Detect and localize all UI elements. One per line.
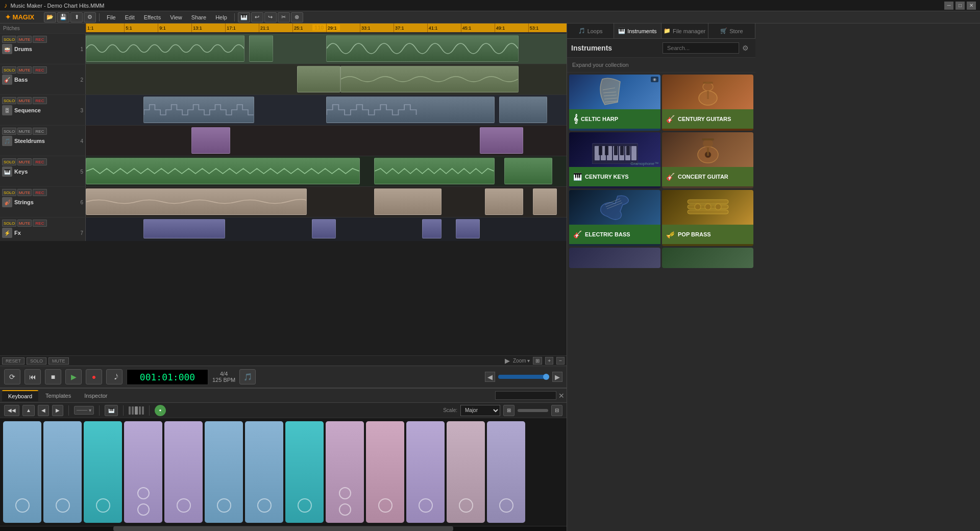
instrument-card-century-keys[interactable]: Gramophone™ 🎹 CENTURY KEYS [569,132,660,188]
instruments-settings-button[interactable]: ⚙ [739,42,751,54]
fx-rec-button[interactable]: REC [33,220,47,227]
stop-edit-button[interactable]: ⊗ [291,12,303,22]
metronome-icon[interactable]: 🎵 [239,369,256,384]
steeldrums-clip-2[interactable] [480,127,523,154]
fx-clip-4[interactable] [456,219,480,238]
strings-clip-4[interactable] [533,188,557,215]
fx-solo-button[interactable]: SOLO [2,220,16,227]
steel-rec-button[interactable]: REC [33,128,47,135]
kb-arrow-left[interactable]: ◀ [38,405,49,416]
drums-solo-button[interactable]: SOLO [2,36,16,43]
tab-templates[interactable]: Templates [39,391,77,401]
instrument-card-concert-guitar[interactable]: 🎸 CONCERT GUITAR [662,132,753,188]
kb-piano-btn[interactable]: 🎹 [105,405,118,416]
kb-arrow-right[interactable]: ▶ [52,405,63,416]
minimize-button[interactable]: ─ [944,2,953,10]
vol-up[interactable]: ▶ [552,372,562,382]
seq-track-content[interactable] [86,95,567,125]
rewind-button[interactable]: ⏮ [24,369,41,384]
bass-clip-2[interactable] [340,66,519,92]
piano-key-8[interactable] [285,421,324,523]
piano-key-5[interactable] [164,421,203,523]
menu-edit[interactable]: Edit [121,13,139,21]
restore-button[interactable]: □ [955,2,965,10]
redo-button[interactable]: ↪ [264,12,277,22]
stop-button[interactable]: ■ [45,369,61,384]
seq-clip-3[interactable] [499,96,547,123]
seq-mute-button[interactable]: MUTE [17,97,32,104]
play-arrow[interactable]: ▶ [505,357,510,365]
fx-track-content[interactable] [86,218,567,241]
keys-clip-3[interactable] [504,158,552,184]
drums-track-content[interactable] [86,34,567,64]
zoom-in[interactable]: + [545,357,553,365]
metronome-button[interactable]: 𝅘𝅥𝅮 [106,369,122,384]
menu-help[interactable]: Help [211,13,231,21]
keys-mute-button[interactable]: MUTE [17,158,32,165]
strings-track-content[interactable] [86,187,567,217]
piano-key-11[interactable] [406,421,445,523]
seq-clip-1[interactable] [143,96,254,123]
bass-clip-1[interactable] [297,66,340,92]
fx-clip-1[interactable] [143,219,225,238]
keys-solo-button[interactable]: SOLO [2,158,16,165]
undo-button[interactable]: ↩ [251,12,263,22]
strings-mute-button[interactable]: MUTE [17,189,32,196]
timeline-ruler[interactable]: 110 Bars 1:1 5:1 9:1 13:1 17:1 21:1 25:1… [86,23,567,33]
zoom-fit[interactable]: ⊞ [533,357,542,365]
close-button[interactable]: ✕ [967,2,976,10]
drums-clip-3[interactable] [326,35,519,62]
instrument-card-century-guitars[interactable]: 🎸 CENTURY GUITARS [662,75,753,131]
seq-rec-button[interactable]: REC [33,97,47,104]
instrument-card-partial-2[interactable] [662,248,753,268]
keys-track-content[interactable] [86,156,567,186]
menu-view[interactable]: View [166,13,186,21]
instrument-card-partial-1[interactable] [569,248,660,268]
drums-clip-2[interactable] [249,35,273,62]
fx-clip-2[interactable] [312,219,336,238]
fx-clip-3[interactable] [422,219,442,238]
seq-solo-button[interactable]: SOLO [2,97,16,104]
bass-track-content[interactable] [86,64,567,94]
kb-scrollbar-thumb[interactable] [113,526,453,531]
piano-key-10[interactable] [366,421,404,523]
steel-mute-button[interactable]: MUTE [17,128,32,135]
piano-key-4[interactable] [124,421,162,523]
instruments-search-input[interactable] [663,42,739,54]
tab-keyboard[interactable]: Keyboard [2,390,38,401]
play-button[interactable]: ▶ [65,369,82,384]
menu-file[interactable]: File [103,13,120,21]
steel-solo-button[interactable]: SOLO [2,128,16,135]
steeldrums-track-content[interactable] [86,126,567,156]
solo-all-button[interactable]: SOLO [27,357,46,365]
keys-rec-button[interactable]: REC [33,158,47,165]
keys-clip-1[interactable] [86,158,360,184]
kb-extra-btn[interactable]: ⊞ [503,405,514,416]
kb-mode-select[interactable]: ─── ▾ [74,406,94,415]
bass-solo-button[interactable]: SOLO [2,66,16,74]
fx-mute-button[interactable]: MUTE [17,220,32,227]
strings-rec-button[interactable]: REC [33,189,47,196]
tab-instruments[interactable]: 🎹 Instruments [614,23,661,38]
vol-down[interactable]: ◀ [485,372,495,382]
bass-rec-button[interactable]: REC [33,66,47,74]
zoom-out[interactable]: − [556,357,565,365]
scale-select[interactable]: Major Minor Pentatonic [460,405,500,416]
tab-file-manager[interactable]: 📁 File manager [662,23,708,38]
piano-key-1[interactable] [3,421,41,523]
kb-settings[interactable]: ⊟ [551,405,562,416]
reset-button[interactable]: RESET [2,357,24,365]
seq-clip-2[interactable] [326,96,495,123]
kb-search-input[interactable] [495,391,556,400]
open-button[interactable]: 📂 [44,12,56,22]
piano-key-9[interactable] [326,421,364,523]
piano-key-2[interactable] [43,421,82,523]
mute-all-button[interactable]: MUTE [48,357,69,365]
piano-key-13[interactable] [487,421,525,523]
piano-key-7[interactable] [245,421,283,523]
bass-mute-button[interactable]: MUTE [17,66,32,74]
strings-clip-2[interactable] [374,188,442,215]
kb-scrollbar[interactable] [0,526,567,531]
drums-mute-button[interactable]: MUTE [17,36,32,43]
cut-button[interactable]: ✂ [278,12,290,22]
